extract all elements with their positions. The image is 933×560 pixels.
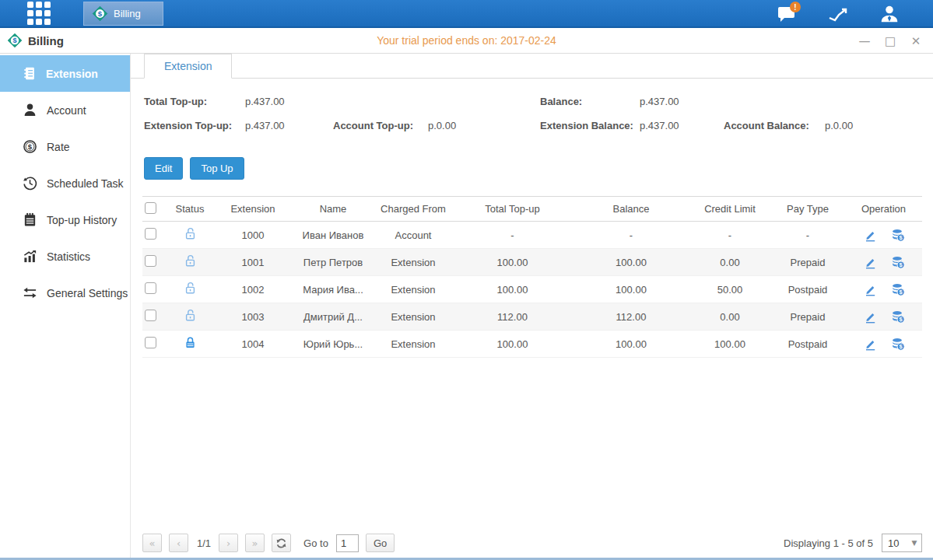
name-cell: Юрий Юрь...	[292, 338, 374, 350]
total-topup-cell: 100.00	[452, 284, 573, 296]
extension-table: Status Extension Name Charged From Total…	[142, 196, 922, 358]
charged-from-cell: Extension	[374, 311, 452, 323]
header-pay-type: Pay Type	[770, 203, 845, 215]
sidebar-item-rate[interactable]: $ Rate	[0, 128, 130, 165]
header-total-topup: Total Top-up	[452, 203, 573, 215]
maximize-icon[interactable]: □	[884, 34, 896, 48]
row-topup-icon[interactable]: $	[891, 310, 905, 324]
sidebar-label: Top-up History	[47, 214, 117, 226]
table-row[interactable]: 1001 Петр Петров Extension 100.00 100.00…	[142, 249, 922, 276]
row-edit-icon[interactable]	[863, 337, 877, 351]
header-credit-limit: Credit Limit	[689, 203, 770, 215]
table-row[interactable]: 1003 Дмитрий Д... Extension 112.00 112.0…	[142, 303, 922, 331]
total-topup-cell: 100.00	[452, 338, 573, 350]
row-topup-icon[interactable]: $	[891, 255, 905, 269]
name-cell: Петр Петров	[292, 257, 374, 268]
sidebar-label: Account	[47, 104, 86, 117]
unlock-icon	[184, 231, 197, 243]
total-topup-label: Total Top-up:	[144, 96, 245, 107]
scheduled-task-clock-icon	[23, 176, 37, 191]
go-button[interactable]: Go	[366, 534, 395, 552]
sidebar-item-extension[interactable]: Extension	[0, 55, 130, 92]
row-edit-icon[interactable]	[863, 228, 877, 242]
row-checkbox[interactable]	[145, 255, 156, 267]
header-charged-from: Charged From	[374, 203, 452, 215]
balance-value: p.437.00	[640, 96, 724, 107]
goto-label: Go to	[303, 537, 328, 549]
extension-cell: 1004	[214, 338, 292, 350]
sidebar-item-account[interactable]: Account	[0, 92, 130, 128]
credit-limit-cell: 100.00	[689, 338, 770, 350]
taskbar-tab-label: Billing	[114, 8, 141, 19]
row-topup-icon[interactable]: $	[891, 282, 905, 296]
sidebar-item-topup-history[interactable]: Top-up History	[0, 201, 130, 238]
name-cell: Дмитрий Д...	[292, 311, 374, 323]
next-page-button[interactable]: ›	[219, 534, 238, 552]
balance-cell: 112.00	[573, 311, 689, 323]
lock-icon	[184, 336, 197, 349]
sidebar-item-scheduled-task[interactable]: Scheduled Task	[0, 165, 130, 201]
last-page-button[interactable]: »	[245, 534, 265, 552]
balance-cell: 100.00	[573, 338, 689, 350]
extension-balance-value: p.437.00	[640, 120, 724, 131]
summary-panel: Total Top-up: p.437.00 Balance: p.437.00…	[144, 89, 933, 138]
sidebar-label: General Settings	[47, 287, 128, 299]
general-settings-arrows-icon	[23, 285, 37, 300]
tab-extension[interactable]: Extension	[144, 54, 232, 79]
app-grid-icon[interactable]	[27, 2, 51, 25]
row-checkbox[interactable]	[145, 310, 156, 321]
extension-cell: 1000	[214, 229, 292, 241]
topup-button[interactable]: Top Up	[190, 157, 244, 180]
sidebar-item-general-settings[interactable]: General Settings	[0, 275, 130, 311]
table-row[interactable]: 1004 Юрий Юрь... Extension 100.00 100.00…	[142, 331, 922, 358]
select-all-checkbox[interactable]	[145, 202, 156, 214]
sidebar-label: Scheduled Task	[47, 177, 124, 190]
pay-type-cell: Postpaid	[770, 338, 845, 350]
row-checkbox[interactable]	[145, 282, 156, 294]
account-topup-label: Account Top-up:	[333, 120, 428, 131]
edit-button[interactable]: Edit	[144, 157, 183, 180]
minimize-icon[interactable]: —	[858, 34, 871, 48]
goto-page-input[interactable]	[336, 534, 359, 552]
main-panel: Extension Total Top-up: p.437.00 Balance…	[131, 54, 933, 558]
table-row[interactable]: 1000 Иван Иванов Account - - - - $	[142, 222, 922, 249]
table-header-row: Status Extension Name Charged From Total…	[142, 196, 922, 222]
unlock-icon	[184, 258, 197, 270]
pay-type-cell: Prepaid	[770, 311, 845, 323]
trial-notice: Your trial period ends on: 2017-02-24	[0, 34, 933, 47]
row-topup-icon[interactable]: $	[891, 228, 905, 242]
unlock-icon	[184, 282, 197, 295]
close-icon[interactable]: ✕	[910, 34, 922, 48]
extension-topup-value: p.437.00	[245, 120, 333, 131]
tab-strip: Extension	[131, 54, 933, 79]
titlebar: $ Billing Your trial period ends on: 201…	[0, 28, 933, 54]
page-size-select[interactable]: 10 ▼	[882, 534, 922, 552]
row-edit-icon[interactable]	[863, 310, 877, 324]
refresh-button[interactable]	[272, 534, 291, 552]
user-account-icon[interactable]	[877, 4, 902, 24]
messages-icon[interactable]: !	[774, 4, 799, 24]
table-row[interactable]: 1002 Мария Ива... Extension 100.00 100.0…	[142, 276, 922, 303]
first-page-button[interactable]: «	[142, 534, 162, 552]
total-topup-value: p.437.00	[245, 96, 333, 107]
sidebar-label: Rate	[47, 141, 70, 153]
rate-dollar-icon: $	[23, 139, 37, 154]
charged-from-cell: Extension	[374, 284, 452, 296]
header-balance: Balance	[573, 203, 689, 215]
prev-page-button[interactable]: ‹	[169, 534, 188, 552]
taskbar-tab-billing[interactable]: $ Billing	[83, 2, 163, 26]
header-name: Name	[292, 203, 374, 215]
reports-icon[interactable]	[826, 4, 851, 24]
row-topup-icon[interactable]: $	[891, 337, 905, 351]
row-edit-icon[interactable]	[863, 255, 877, 269]
row-edit-icon[interactable]	[863, 282, 877, 296]
sidebar-label: Extension	[46, 68, 98, 80]
lock-icon	[184, 340, 197, 352]
refresh-icon	[275, 537, 287, 549]
total-topup-cell: 100.00	[452, 257, 573, 268]
row-checkbox[interactable]	[145, 228, 156, 240]
extension-topup-label: Extension Top-up:	[144, 120, 245, 131]
row-checkbox[interactable]	[145, 337, 156, 348]
sidebar-item-statistics[interactable]: Statistics	[0, 238, 130, 275]
sidebar: Extension Account $ Rate	[0, 54, 131, 558]
